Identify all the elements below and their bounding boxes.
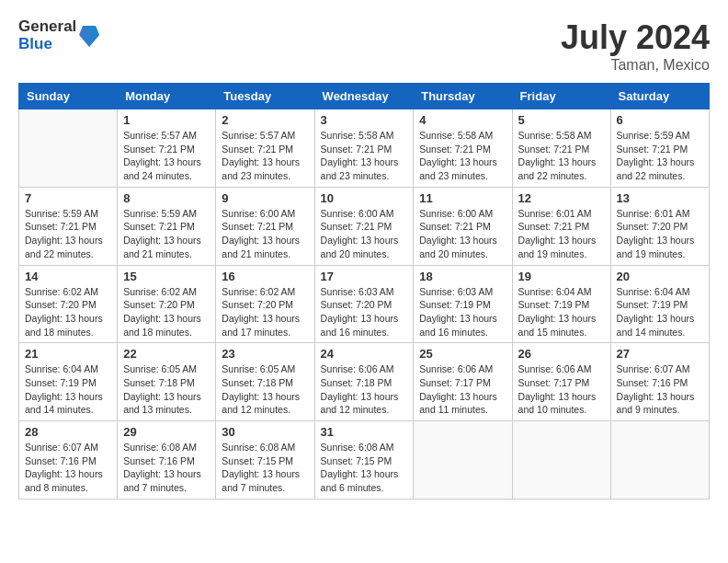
day-number: 28 xyxy=(25,425,111,439)
weekday-header-friday: Friday xyxy=(512,84,610,109)
day-number: 2 xyxy=(222,113,308,127)
calendar-cell: 21Sunrise: 6:04 AMSunset: 7:19 PMDayligh… xyxy=(19,343,118,421)
calendar-cell: 23Sunrise: 6:05 AMSunset: 7:18 PMDayligh… xyxy=(216,343,314,421)
calendar-cell: 25Sunrise: 6:06 AMSunset: 7:17 PMDayligh… xyxy=(414,343,512,421)
weekday-header-monday: Monday xyxy=(118,84,216,109)
day-number: 16 xyxy=(222,270,308,283)
day-detail: Sunrise: 6:02 AMSunset: 7:20 PMDaylight:… xyxy=(222,285,308,339)
weekday-header-tuesday: Tuesday xyxy=(216,84,314,109)
day-detail: Sunrise: 6:00 AMSunset: 7:21 PMDaylight:… xyxy=(222,207,308,261)
svg-marker-1 xyxy=(89,26,99,47)
day-number: 9 xyxy=(222,191,308,205)
calendar-cell: 13Sunrise: 6:01 AMSunset: 7:20 PMDayligh… xyxy=(610,187,709,265)
calendar-cell: 12Sunrise: 6:01 AMSunset: 7:21 PMDayligh… xyxy=(512,187,610,265)
page-header: General Blue July 2024 Taman, Mexico xyxy=(18,18,710,74)
weekday-header-sunday: Sunday xyxy=(19,84,118,109)
calendar-cell: 9Sunrise: 6:00 AMSunset: 7:21 PMDaylight… xyxy=(216,187,314,265)
day-number: 14 xyxy=(25,270,111,283)
day-detail: Sunrise: 6:07 AMSunset: 7:16 PMDaylight:… xyxy=(617,362,703,417)
calendar-cell: 27Sunrise: 6:07 AMSunset: 7:16 PMDayligh… xyxy=(610,343,709,421)
day-number: 27 xyxy=(617,347,703,361)
calendar-week-2: 7Sunrise: 5:59 AMSunset: 7:21 PMDaylight… xyxy=(19,187,710,265)
day-detail: Sunrise: 6:01 AMSunset: 7:21 PMDaylight:… xyxy=(518,207,605,261)
month-year: July 2024 xyxy=(561,18,710,57)
calendar-cell: 1Sunrise: 5:57 AMSunset: 7:21 PMDaylight… xyxy=(118,109,216,188)
day-detail: Sunrise: 5:58 AMSunset: 7:21 PMDaylight:… xyxy=(518,129,605,183)
calendar-cell: 4Sunrise: 5:58 AMSunset: 7:21 PMDaylight… xyxy=(414,109,512,188)
calendar-cell: 15Sunrise: 6:02 AMSunset: 7:20 PMDayligh… xyxy=(118,265,216,343)
weekday-header-saturday: Saturday xyxy=(610,84,709,109)
day-number: 7 xyxy=(25,191,111,205)
day-number: 3 xyxy=(321,113,408,127)
logo-icon xyxy=(79,21,99,49)
calendar-cell: 16Sunrise: 6:02 AMSunset: 7:20 PMDayligh… xyxy=(216,265,314,343)
day-number: 19 xyxy=(518,270,605,283)
calendar-cell: 26Sunrise: 6:06 AMSunset: 7:17 PMDayligh… xyxy=(512,343,610,421)
calendar-cell: 5Sunrise: 5:58 AMSunset: 7:21 PMDaylight… xyxy=(512,109,610,188)
day-number: 18 xyxy=(419,270,506,283)
calendar-cell: 8Sunrise: 5:59 AMSunset: 7:21 PMDaylight… xyxy=(118,187,216,265)
day-detail: Sunrise: 5:58 AMSunset: 7:21 PMDaylight:… xyxy=(419,129,506,183)
day-number: 17 xyxy=(321,270,408,283)
calendar-cell: 29Sunrise: 6:08 AMSunset: 7:16 PMDayligh… xyxy=(118,421,216,500)
calendar-cell: 3Sunrise: 5:58 AMSunset: 7:21 PMDaylight… xyxy=(314,109,414,188)
day-number: 15 xyxy=(123,270,210,283)
calendar-cell: 24Sunrise: 6:06 AMSunset: 7:18 PMDayligh… xyxy=(314,343,414,421)
calendar-cell xyxy=(19,109,118,188)
day-number: 26 xyxy=(518,347,605,361)
calendar-table: SundayMondayTuesdayWednesdayThursdayFrid… xyxy=(18,83,710,500)
day-number: 5 xyxy=(518,113,605,127)
location: Taman, Mexico xyxy=(561,57,710,74)
day-detail: Sunrise: 6:06 AMSunset: 7:17 PMDaylight:… xyxy=(419,362,506,417)
title-block: July 2024 Taman, Mexico xyxy=(561,18,710,74)
day-detail: Sunrise: 6:04 AMSunset: 7:19 PMDaylight:… xyxy=(25,362,111,417)
day-detail: Sunrise: 6:07 AMSunset: 7:16 PMDaylight:… xyxy=(25,441,111,495)
calendar-week-1: 1Sunrise: 5:57 AMSunset: 7:21 PMDaylight… xyxy=(19,109,710,188)
day-detail: Sunrise: 6:00 AMSunset: 7:21 PMDaylight:… xyxy=(419,207,506,261)
calendar-week-4: 21Sunrise: 6:04 AMSunset: 7:19 PMDayligh… xyxy=(19,343,710,421)
day-number: 20 xyxy=(617,270,703,283)
calendar-header-row: SundayMondayTuesdayWednesdayThursdayFrid… xyxy=(19,84,710,109)
day-number: 30 xyxy=(222,425,308,439)
calendar-cell: 31Sunrise: 6:08 AMSunset: 7:15 PMDayligh… xyxy=(314,421,414,500)
day-number: 21 xyxy=(25,347,111,361)
day-number: 8 xyxy=(123,191,210,205)
weekday-header-wednesday: Wednesday xyxy=(314,84,414,109)
day-detail: Sunrise: 6:05 AMSunset: 7:18 PMDaylight:… xyxy=(222,362,308,417)
calendar-cell xyxy=(512,421,610,500)
logo-blue: Blue xyxy=(18,36,76,53)
calendar-week-3: 14Sunrise: 6:02 AMSunset: 7:20 PMDayligh… xyxy=(19,265,710,343)
day-number: 29 xyxy=(123,425,210,439)
day-detail: Sunrise: 6:02 AMSunset: 7:20 PMDaylight:… xyxy=(25,285,111,339)
day-detail: Sunrise: 5:59 AMSunset: 7:21 PMDaylight:… xyxy=(123,207,210,261)
day-number: 22 xyxy=(123,347,210,361)
calendar-cell: 20Sunrise: 6:04 AMSunset: 7:19 PMDayligh… xyxy=(610,265,709,343)
calendar-cell: 30Sunrise: 6:08 AMSunset: 7:15 PMDayligh… xyxy=(216,421,314,500)
day-number: 13 xyxy=(617,191,703,205)
day-detail: Sunrise: 5:59 AMSunset: 7:21 PMDaylight:… xyxy=(617,129,703,183)
day-detail: Sunrise: 6:04 AMSunset: 7:19 PMDaylight:… xyxy=(518,285,605,339)
day-number: 24 xyxy=(321,347,408,361)
day-detail: Sunrise: 5:59 AMSunset: 7:21 PMDaylight:… xyxy=(25,207,111,261)
day-detail: Sunrise: 6:08 AMSunset: 7:15 PMDaylight:… xyxy=(321,441,408,495)
calendar-cell: 7Sunrise: 5:59 AMSunset: 7:21 PMDaylight… xyxy=(19,187,118,265)
day-number: 11 xyxy=(419,191,506,205)
day-detail: Sunrise: 6:06 AMSunset: 7:17 PMDaylight:… xyxy=(518,362,605,417)
day-number: 25 xyxy=(419,347,506,361)
calendar-cell: 28Sunrise: 6:07 AMSunset: 7:16 PMDayligh… xyxy=(19,421,118,500)
calendar-cell: 10Sunrise: 6:00 AMSunset: 7:21 PMDayligh… xyxy=(314,187,414,265)
day-detail: Sunrise: 6:02 AMSunset: 7:20 PMDaylight:… xyxy=(123,285,210,339)
day-detail: Sunrise: 5:57 AMSunset: 7:21 PMDaylight:… xyxy=(222,129,308,183)
day-number: 1 xyxy=(123,113,210,127)
day-detail: Sunrise: 5:58 AMSunset: 7:21 PMDaylight:… xyxy=(321,129,408,183)
day-detail: Sunrise: 6:05 AMSunset: 7:18 PMDaylight:… xyxy=(123,362,210,417)
calendar-cell xyxy=(414,421,512,500)
logo: General Blue xyxy=(18,18,99,52)
calendar-cell xyxy=(610,421,709,500)
calendar-week-5: 28Sunrise: 6:07 AMSunset: 7:16 PMDayligh… xyxy=(19,421,710,500)
day-number: 6 xyxy=(617,113,703,127)
day-detail: Sunrise: 5:57 AMSunset: 7:21 PMDaylight:… xyxy=(123,129,210,183)
calendar-cell: 11Sunrise: 6:00 AMSunset: 7:21 PMDayligh… xyxy=(414,187,512,265)
day-number: 12 xyxy=(518,191,605,205)
calendar-cell: 18Sunrise: 6:03 AMSunset: 7:19 PMDayligh… xyxy=(414,265,512,343)
